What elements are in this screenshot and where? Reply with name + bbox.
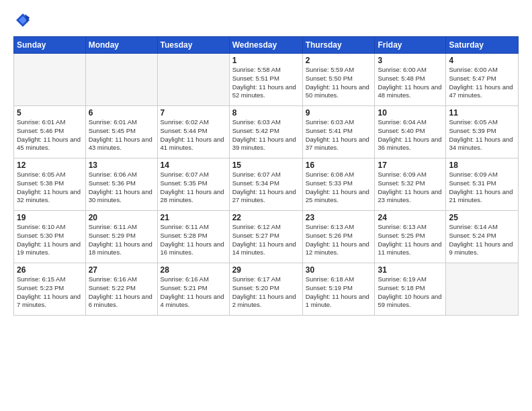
day-number: 14	[161, 161, 226, 170]
calendar-day-cell: 8Sunrise: 6:03 AMSunset: 5:42 PMDaylight…	[229, 106, 302, 158]
day-info: Sunrise: 6:00 AMSunset: 5:48 PMDaylight:…	[378, 66, 443, 100]
calendar-day-cell: 18Sunrise: 6:09 AMSunset: 5:31 PMDayligh…	[446, 158, 519, 211]
day-info: Sunrise: 6:15 AMSunset: 5:23 PMDaylight:…	[17, 275, 83, 310]
calendar-day-cell: 14Sunrise: 6:07 AMSunset: 5:35 PMDayligh…	[157, 158, 229, 211]
calendar-week-row: 1Sunrise: 5:58 AMSunset: 5:51 PMDaylight…	[14, 54, 519, 106]
day-info: Sunrise: 6:19 AMSunset: 5:18 PMDaylight:…	[378, 275, 443, 310]
day-info: Sunrise: 6:02 AMSunset: 5:44 PMDaylight:…	[161, 118, 226, 152]
weekday-header: Sunday	[14, 37, 86, 54]
day-number: 17	[378, 161, 443, 170]
calendar-day-cell: 31Sunrise: 6:19 AMSunset: 5:18 PMDayligh…	[375, 263, 446, 316]
calendar-day-cell: 2Sunrise: 5:59 AMSunset: 5:50 PMDaylight…	[302, 54, 375, 106]
logo	[13, 11, 35, 30]
day-number: 23	[306, 213, 372, 222]
calendar-day-cell: 11Sunrise: 6:05 AMSunset: 5:39 PMDayligh…	[446, 106, 519, 158]
day-info: Sunrise: 6:11 AMSunset: 5:28 PMDaylight:…	[161, 223, 226, 257]
day-number: 3	[378, 56, 443, 65]
day-number: 30	[306, 265, 372, 275]
calendar-day-cell: 20Sunrise: 6:11 AMSunset: 5:29 PMDayligh…	[85, 211, 157, 263]
day-info: Sunrise: 6:08 AMSunset: 5:33 PMDaylight:…	[306, 171, 372, 205]
day-number: 29	[232, 265, 300, 275]
day-info: Sunrise: 5:58 AMSunset: 5:51 PMDaylight:…	[232, 66, 300, 100]
day-info: Sunrise: 6:13 AMSunset: 5:26 PMDaylight:…	[306, 223, 372, 257]
day-number: 18	[449, 161, 515, 170]
calendar-day-cell	[157, 54, 229, 106]
calendar-day-cell: 23Sunrise: 6:13 AMSunset: 5:26 PMDayligh…	[302, 211, 375, 263]
day-info: Sunrise: 6:07 AMSunset: 5:34 PMDaylight:…	[232, 171, 300, 205]
day-info: Sunrise: 6:00 AMSunset: 5:47 PMDaylight:…	[449, 66, 515, 100]
calendar-day-cell: 3Sunrise: 6:00 AMSunset: 5:48 PMDaylight…	[375, 54, 446, 106]
day-info: Sunrise: 6:05 AMSunset: 5:38 PMDaylight:…	[17, 171, 83, 205]
calendar-day-cell: 12Sunrise: 6:05 AMSunset: 5:38 PMDayligh…	[14, 158, 86, 211]
header	[13, 11, 519, 30]
day-number: 16	[306, 161, 372, 170]
calendar-day-cell: 22Sunrise: 6:12 AMSunset: 5:27 PMDayligh…	[229, 211, 302, 263]
day-number: 13	[89, 161, 154, 170]
day-info: Sunrise: 6:03 AMSunset: 5:42 PMDaylight:…	[232, 118, 300, 152]
day-info: Sunrise: 6:16 AMSunset: 5:22 PMDaylight:…	[89, 275, 154, 310]
calendar-table: SundayMondayTuesdayWednesdayThursdayFrid…	[13, 36, 519, 316]
weekday-header: Monday	[85, 37, 157, 54]
day-info: Sunrise: 5:59 AMSunset: 5:50 PMDaylight:…	[306, 66, 372, 100]
day-number: 22	[232, 213, 300, 222]
day-info: Sunrise: 6:09 AMSunset: 5:31 PMDaylight:…	[449, 171, 515, 205]
day-number: 25	[449, 213, 515, 222]
weekday-header: Saturday	[446, 37, 519, 54]
day-number: 21	[161, 213, 226, 222]
day-number: 31	[378, 265, 443, 275]
day-number: 5	[17, 108, 83, 118]
day-info: Sunrise: 6:07 AMSunset: 5:35 PMDaylight:…	[161, 171, 226, 205]
day-info: Sunrise: 6:16 AMSunset: 5:21 PMDaylight:…	[161, 275, 226, 310]
calendar-day-cell: 21Sunrise: 6:11 AMSunset: 5:28 PMDayligh…	[157, 211, 229, 263]
weekday-header: Wednesday	[229, 37, 302, 54]
day-info: Sunrise: 6:14 AMSunset: 5:24 PMDaylight:…	[449, 223, 515, 257]
weekday-header: Tuesday	[157, 37, 229, 54]
calendar-day-cell	[85, 54, 157, 106]
day-info: Sunrise: 6:05 AMSunset: 5:39 PMDaylight:…	[449, 118, 515, 152]
calendar-day-cell: 25Sunrise: 6:14 AMSunset: 5:24 PMDayligh…	[446, 211, 519, 263]
day-info: Sunrise: 6:06 AMSunset: 5:36 PMDaylight:…	[89, 171, 154, 205]
day-number: 27	[89, 265, 154, 275]
calendar-day-cell: 15Sunrise: 6:07 AMSunset: 5:34 PMDayligh…	[229, 158, 302, 211]
calendar-day-cell: 4Sunrise: 6:00 AMSunset: 5:47 PMDaylight…	[446, 54, 519, 106]
calendar-day-cell: 9Sunrise: 6:03 AMSunset: 5:41 PMDaylight…	[302, 106, 375, 158]
day-info: Sunrise: 6:10 AMSunset: 5:30 PMDaylight:…	[17, 223, 83, 257]
calendar-day-cell: 28Sunrise: 6:16 AMSunset: 5:21 PMDayligh…	[157, 263, 229, 316]
day-number: 24	[378, 213, 443, 222]
calendar-day-cell: 17Sunrise: 6:09 AMSunset: 5:32 PMDayligh…	[375, 158, 446, 211]
calendar-header-row: SundayMondayTuesdayWednesdayThursdayFrid…	[14, 37, 519, 54]
calendar-day-cell: 7Sunrise: 6:02 AMSunset: 5:44 PMDaylight…	[157, 106, 229, 158]
calendar-day-cell: 13Sunrise: 6:06 AMSunset: 5:36 PMDayligh…	[85, 158, 157, 211]
day-info: Sunrise: 6:13 AMSunset: 5:25 PMDaylight:…	[378, 223, 443, 257]
day-number: 15	[232, 161, 300, 170]
day-number: 12	[17, 161, 83, 170]
day-number: 7	[161, 108, 226, 118]
weekday-header: Friday	[375, 37, 446, 54]
day-number: 9	[306, 108, 372, 118]
calendar-day-cell: 5Sunrise: 6:01 AMSunset: 5:46 PMDaylight…	[14, 106, 86, 158]
calendar-day-cell: 30Sunrise: 6:18 AMSunset: 5:19 PMDayligh…	[302, 263, 375, 316]
day-info: Sunrise: 6:01 AMSunset: 5:45 PMDaylight:…	[89, 118, 154, 152]
calendar-day-cell: 19Sunrise: 6:10 AMSunset: 5:30 PMDayligh…	[14, 211, 86, 263]
day-number: 10	[378, 108, 443, 118]
weekday-header: Thursday	[302, 37, 375, 54]
calendar-day-cell	[446, 263, 519, 316]
day-info: Sunrise: 6:12 AMSunset: 5:27 PMDaylight:…	[232, 223, 300, 257]
day-info: Sunrise: 6:18 AMSunset: 5:19 PMDaylight:…	[306, 275, 372, 310]
generalblue-logo-icon	[13, 11, 32, 30]
day-number: 11	[449, 108, 515, 118]
day-info: Sunrise: 6:01 AMSunset: 5:46 PMDaylight:…	[17, 118, 83, 152]
day-number: 2	[306, 56, 372, 65]
day-number: 1	[232, 56, 300, 65]
calendar-week-row: 5Sunrise: 6:01 AMSunset: 5:46 PMDaylight…	[14, 106, 519, 158]
calendar-week-row: 19Sunrise: 6:10 AMSunset: 5:30 PMDayligh…	[14, 211, 519, 263]
day-info: Sunrise: 6:17 AMSunset: 5:20 PMDaylight:…	[232, 275, 300, 310]
day-number: 28	[161, 265, 226, 275]
calendar-day-cell: 1Sunrise: 5:58 AMSunset: 5:51 PMDaylight…	[229, 54, 302, 106]
calendar-day-cell: 16Sunrise: 6:08 AMSunset: 5:33 PMDayligh…	[302, 158, 375, 211]
day-number: 20	[89, 213, 154, 222]
calendar-week-row: 12Sunrise: 6:05 AMSunset: 5:38 PMDayligh…	[14, 158, 519, 211]
day-info: Sunrise: 6:11 AMSunset: 5:29 PMDaylight:…	[89, 223, 154, 257]
calendar-day-cell	[14, 54, 86, 106]
calendar-day-cell: 26Sunrise: 6:15 AMSunset: 5:23 PMDayligh…	[14, 263, 86, 316]
